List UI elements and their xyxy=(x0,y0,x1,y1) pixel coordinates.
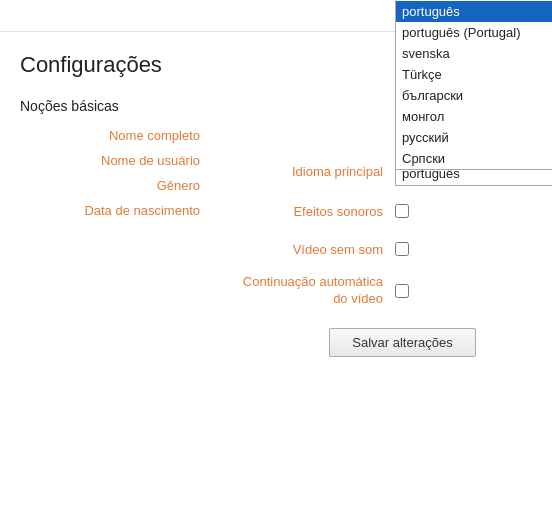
continuacao-checkbox[interactable] xyxy=(395,284,409,298)
efeitos-row: Efeitos sonoros xyxy=(230,198,552,224)
save-button-row: Salvar alterações xyxy=(230,328,552,357)
content-area: Configurações Noções básicas Nome comple… xyxy=(0,32,552,519)
sidebar-section-title: Noções básicas xyxy=(20,98,210,114)
sidebar-item-genero[interactable]: Gênero xyxy=(20,178,210,193)
dropdown-item-portugues[interactable]: português xyxy=(396,1,552,22)
page-wrapper: Conta E-mail Configurações Noções básica… xyxy=(0,0,552,519)
sidebar-items: Nome completo Nome de usuário Gênero Dat… xyxy=(20,128,210,218)
idioma-label: Idioma principal xyxy=(230,160,395,179)
language-select-container: čestinadanskDeutschEnglishespañolfrançai… xyxy=(395,160,552,186)
video-label: Vídeo sem som xyxy=(230,242,395,257)
dropdown-item-mongol[interactable]: монгол xyxy=(396,106,552,127)
video-row: Vídeo sem som xyxy=(230,236,552,262)
save-button[interactable]: Salvar alterações xyxy=(329,328,475,357)
main-content: Idioma principal čestinadanskDeutschEngl… xyxy=(210,52,552,509)
sidebar-item-nome-completo[interactable]: Nome completo xyxy=(20,128,210,143)
idioma-row: Idioma principal čestinadanskDeutschEngl… xyxy=(230,160,552,186)
efeitos-label: Efeitos sonoros xyxy=(230,204,395,219)
dropdown-item-bulgarski[interactable]: български xyxy=(396,85,552,106)
video-checkbox[interactable] xyxy=(395,242,409,256)
sidebar-item-nome-usuario[interactable]: Nome de usuário xyxy=(20,153,210,168)
efeitos-checkbox[interactable] xyxy=(395,204,409,218)
dropdown-item-srpski[interactable]: Српски xyxy=(396,148,552,169)
dropdown-item-portugues-pt[interactable]: português (Portugal) xyxy=(396,22,552,43)
sidebar-item-data-nascimento[interactable]: Data de nascimento xyxy=(20,203,210,218)
language-dropdown-list[interactable]: čestinadanskDeutschEnglishespañolfrançai… xyxy=(395,0,552,170)
continuacao-row: Continuação automática do vídeo xyxy=(230,274,552,308)
sidebar: Configurações Noções básicas Nome comple… xyxy=(20,52,210,509)
continuacao-label: Continuação automática do vídeo xyxy=(230,274,395,308)
dropdown-item-russkiy[interactable]: русский xyxy=(396,127,552,148)
page-title: Configurações xyxy=(20,52,210,78)
dropdown-item-turkce[interactable]: Türkçe xyxy=(396,64,552,85)
dropdown-item-svenska[interactable]: svenska xyxy=(396,43,552,64)
